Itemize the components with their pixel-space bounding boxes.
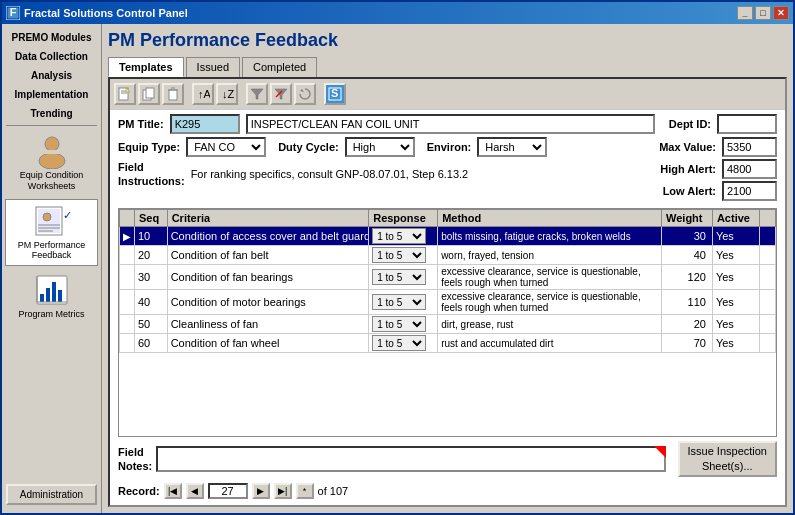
environ-select[interactable]: Harsh Clean Normal Extreme xyxy=(477,137,547,157)
row-arrow xyxy=(120,290,135,315)
row-arrow xyxy=(120,265,135,290)
low-alert-label: Low Alert: xyxy=(663,185,716,197)
col-criteria[interactable]: Criteria xyxy=(167,210,369,227)
nav-first-button[interactable]: |◀ xyxy=(164,483,182,499)
row-active: Yes xyxy=(712,227,759,246)
sidebar-item-trending[interactable]: Trending xyxy=(5,105,98,122)
col-method[interactable]: Method xyxy=(438,210,662,227)
row-response[interactable]: 1 to 5 xyxy=(369,227,438,246)
sidebar-item-label: PM Performance Feedback xyxy=(8,240,95,262)
svg-text:S: S xyxy=(331,87,338,99)
dept-id-input[interactable] xyxy=(717,114,777,134)
sidebar-item-program-metrics[interactable]: Program Metrics xyxy=(5,268,98,325)
sidebar-item-label: Implementation xyxy=(15,89,89,100)
nav-new-button[interactable]: * xyxy=(296,483,314,499)
table-row[interactable]: 30 Condition of fan bearings 1 to 5 exce… xyxy=(120,265,776,290)
row-seq: 40 xyxy=(135,290,168,315)
row-response[interactable]: 1 to 5 xyxy=(369,290,438,315)
row-weight: 40 xyxy=(662,246,713,265)
pm-title-desc-input[interactable] xyxy=(246,114,655,134)
high-alert-input[interactable] xyxy=(722,159,777,179)
row-seq: 20 xyxy=(135,246,168,265)
equip-type-row: Equip Type: FAN CO Duty Cycle: High Low … xyxy=(118,137,606,157)
row-response[interactable]: 1 to 5 xyxy=(369,315,438,334)
sidebar-item-label: Data Collection xyxy=(15,51,88,62)
col-active[interactable]: Active xyxy=(712,210,759,227)
sidebar-item-data-collection[interactable]: Data Collection xyxy=(5,48,98,65)
window-title: Fractal Solutions Control Panel xyxy=(24,7,188,19)
tab-templates[interactable]: Templates xyxy=(108,57,184,77)
nav-prev-button[interactable]: ◀ xyxy=(186,483,204,499)
clear-filter-button[interactable] xyxy=(270,83,292,105)
save-button[interactable]: S xyxy=(324,83,346,105)
table-row[interactable]: ▶ 10 Condition of access cover and belt … xyxy=(120,227,776,246)
nav-next-button[interactable]: ▶ xyxy=(252,483,270,499)
sidebar-item-pm-performance[interactable]: ✓ PM Performance Feedback xyxy=(5,199,98,267)
col-weight[interactable]: Weight xyxy=(662,210,713,227)
tab-completed[interactable]: Completed xyxy=(242,57,317,77)
pm-title-code-input[interactable] xyxy=(170,114,240,134)
criteria-grid-container: Seq Criteria Response Method Weight Acti… xyxy=(118,208,777,437)
col-seq[interactable]: Seq xyxy=(135,210,168,227)
row-arrow: ▶ xyxy=(120,227,135,246)
table-row[interactable]: 50 Cleanliness of fan 1 to 5 dirt, greas… xyxy=(120,315,776,334)
svg-marker-33 xyxy=(300,89,304,92)
col-response[interactable]: Response xyxy=(369,210,438,227)
table-row[interactable]: 40 Condition of motor bearings 1 to 5 ex… xyxy=(120,290,776,315)
nav-last-button[interactable]: ▶| xyxy=(274,483,292,499)
copy-button[interactable] xyxy=(138,83,160,105)
duty-cycle-select[interactable]: High Low Medium Severe xyxy=(345,137,415,157)
issue-inspection-button[interactable]: Issue Inspection Sheet(s)... xyxy=(678,441,778,477)
row-arrow xyxy=(120,334,135,353)
filter-button[interactable] xyxy=(246,83,268,105)
close-button[interactable]: ✕ xyxy=(773,6,789,20)
delete-button[interactable] xyxy=(162,83,184,105)
sidebar-item-label: Equip Condition Worksheets xyxy=(8,170,95,192)
max-value-label: Max Value: xyxy=(659,141,716,153)
table-row[interactable]: 60 Condition of fan wheel 1 to 5 rust an… xyxy=(120,334,776,353)
sidebar-item-premo-modules[interactable]: PREMO Modules xyxy=(5,29,98,46)
sort-asc-button[interactable]: ↑A xyxy=(192,83,214,105)
record-current-input[interactable] xyxy=(208,483,248,499)
low-alert-input[interactable] xyxy=(722,181,777,201)
row-method: dirt, grease, rust xyxy=(438,315,662,334)
svg-rect-14 xyxy=(46,288,50,302)
table-row[interactable]: 20 Condition of fan belt 1 to 5 worn, fr… xyxy=(120,246,776,265)
sort-desc-button[interactable]: ↓Z xyxy=(216,83,238,105)
row-criteria: Condition of access cover and belt guard xyxy=(167,227,369,246)
row-response[interactable]: 1 to 5 xyxy=(369,334,438,353)
minimize-button[interactable]: _ xyxy=(737,6,753,20)
max-value-input[interactable] xyxy=(722,137,777,157)
refresh-button[interactable] xyxy=(294,83,316,105)
field-notes-label: Field Notes: xyxy=(118,445,152,474)
sidebar-item-analysis[interactable]: Analysis xyxy=(5,67,98,84)
row-criteria: Condition of fan bearings xyxy=(167,265,369,290)
bottom-section: Field Notes: Issue Inspection Sheet(s)..… xyxy=(110,437,785,505)
page-title: PM Performance Feedback xyxy=(108,30,787,51)
criteria-grid: Seq Criteria Response Method Weight Acti… xyxy=(119,209,776,353)
record-nav: Record: |◀ ◀ ▶ ▶| * of 107 xyxy=(118,481,777,501)
svg-rect-24 xyxy=(146,88,154,98)
svg-marker-30 xyxy=(251,89,263,99)
tab-issued[interactable]: Issued xyxy=(186,57,240,77)
equip-type-select[interactable]: FAN CO xyxy=(186,137,266,157)
svg-text:↑A: ↑A xyxy=(198,88,210,100)
equip-type-label: Equip Type: xyxy=(118,141,180,153)
row-response[interactable]: 1 to 5 xyxy=(369,265,438,290)
row-response[interactable]: 1 to 5 xyxy=(369,246,438,265)
record-total-label: of 107 xyxy=(318,485,349,497)
field-instructions-row: Field Instructions: For ranking specific… xyxy=(118,160,606,189)
sidebar-item-implementation[interactable]: Implementation xyxy=(5,86,98,103)
svg-rect-25 xyxy=(169,90,177,100)
row-active: Yes xyxy=(712,265,759,290)
low-alert-row: Low Alert: xyxy=(612,181,777,201)
pm-performance-icon: ✓ xyxy=(32,204,72,240)
record-label: Record: xyxy=(118,485,160,497)
maximize-button[interactable]: □ xyxy=(755,6,771,20)
row-criteria: Condition of fan wheel xyxy=(167,334,369,353)
admin-button[interactable]: Administration xyxy=(6,484,97,505)
field-notes-input[interactable] xyxy=(156,446,665,472)
pm-title-label: PM Title: xyxy=(118,118,164,130)
sidebar-item-equip-condition[interactable]: Equip Condition Worksheets xyxy=(5,129,98,197)
new-button[interactable] xyxy=(114,83,136,105)
